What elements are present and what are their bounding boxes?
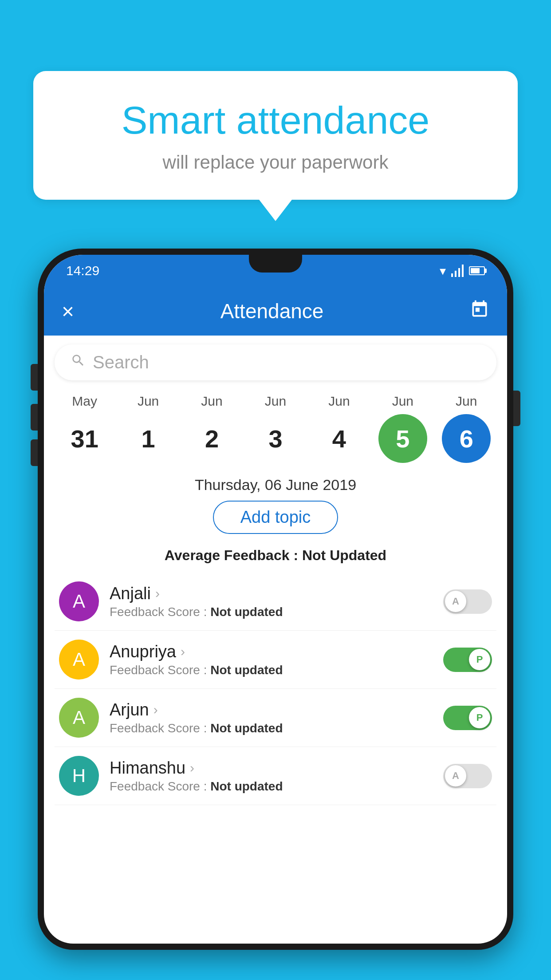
avatar-anupriya: A bbox=[59, 640, 99, 680]
date-month-4: Jun bbox=[328, 394, 350, 409]
calendar-button[interactable] bbox=[470, 300, 489, 323]
status-time: 14:29 bbox=[66, 263, 99, 278]
chevron-arjun: › bbox=[153, 702, 158, 717]
date-day-5: 5 bbox=[378, 414, 427, 463]
date-item-4[interactable]: Jun 4 bbox=[312, 394, 366, 463]
toggle-himanshu[interactable]: A bbox=[443, 764, 492, 788]
avg-feedback-prefix: Average Feedback : bbox=[165, 547, 302, 563]
search-bar[interactable]: Search bbox=[55, 344, 496, 380]
bubble-subtitle: will replace your paperwork bbox=[69, 152, 482, 173]
signal-icon bbox=[451, 265, 464, 277]
student-item-himanshu[interactable]: H Himanshu › Feedback Score : Not update… bbox=[55, 747, 496, 805]
toggle-anjali[interactable]: A bbox=[443, 589, 492, 614]
student-name-himanshu: Himanshu › bbox=[110, 759, 433, 778]
speech-bubble: Smart attendance will replace your paper… bbox=[33, 71, 518, 200]
add-topic-button[interactable]: Add topic bbox=[213, 501, 338, 534]
date-day-2: 2 bbox=[188, 414, 236, 463]
avg-feedback: Average Feedback : Not Updated bbox=[44, 543, 507, 573]
date-month-5: Jun bbox=[392, 394, 413, 409]
date-item-3[interactable]: Jun 3 bbox=[249, 394, 302, 463]
date-day-3: 3 bbox=[251, 414, 300, 463]
status-icons: ▾ bbox=[440, 264, 485, 278]
student-item-anupriya[interactable]: A Anupriya › Feedback Score : Not update… bbox=[55, 631, 496, 689]
student-info-anupriya: Anupriya › Feedback Score : Not updated bbox=[110, 642, 433, 677]
avatar-anjali: A bbox=[59, 581, 99, 621]
student-info-anjali: Anjali › Feedback Score : Not updated bbox=[110, 584, 433, 619]
student-info-himanshu: Himanshu › Feedback Score : Not updated bbox=[110, 759, 433, 794]
student-score-anupriya: Feedback Score : Not updated bbox=[110, 663, 433, 677]
date-item-6[interactable]: Jun 6 bbox=[440, 394, 493, 463]
date-item-5[interactable]: Jun 5 bbox=[376, 394, 429, 463]
date-month-2: Jun bbox=[201, 394, 222, 409]
search-input[interactable]: Search bbox=[93, 352, 480, 372]
avatar-himanshu: H bbox=[59, 756, 99, 796]
toggle-knob-anjali: A bbox=[445, 591, 466, 612]
wifi-icon: ▾ bbox=[440, 264, 446, 278]
selected-date-label: Thursday, 06 June 2019 bbox=[44, 472, 507, 501]
student-info-arjun: Arjun › Feedback Score : Not updated bbox=[110, 700, 433, 735]
avg-feedback-value: Not Updated bbox=[302, 547, 386, 563]
date-month-3: Jun bbox=[265, 394, 286, 409]
date-month-6: Jun bbox=[456, 394, 477, 409]
close-button[interactable]: × bbox=[62, 299, 74, 324]
phone-outer: 14:29 ▾ × Attendance bbox=[38, 249, 513, 950]
student-name-anupriya: Anupriya › bbox=[110, 642, 433, 661]
phone-wrapper: 14:29 ▾ × Attendance bbox=[38, 249, 513, 980]
student-score-anjali: Feedback Score : Not updated bbox=[110, 605, 433, 619]
speech-bubble-container: Smart attendance will replace your paper… bbox=[33, 71, 518, 200]
toggle-knob-anupriya: P bbox=[469, 649, 490, 670]
toggle-anupriya[interactable]: P bbox=[443, 648, 492, 672]
app-title: Attendance bbox=[220, 299, 324, 323]
date-month-1: Jun bbox=[138, 394, 159, 409]
date-month-0: May bbox=[72, 394, 97, 409]
avatar-arjun: A bbox=[59, 698, 99, 738]
date-day-4: 4 bbox=[315, 414, 363, 463]
date-item-2[interactable]: Jun 2 bbox=[185, 394, 239, 463]
student-item-arjun[interactable]: A Arjun › Feedback Score : Not updated P bbox=[55, 689, 496, 747]
bubble-title: Smart attendance bbox=[69, 98, 482, 143]
battery-icon bbox=[469, 266, 485, 275]
date-selector: May 31 Jun 1 Jun 2 Jun 3 Jun 4 bbox=[44, 389, 507, 472]
date-item-1[interactable]: Jun 1 bbox=[122, 394, 175, 463]
app-bar: × Attendance bbox=[44, 287, 507, 336]
date-day-6: 6 bbox=[442, 414, 491, 463]
student-item-anjali[interactable]: A Anjali › Feedback Score : Not updated … bbox=[55, 573, 496, 631]
toggle-knob-himanshu: A bbox=[445, 765, 466, 786]
date-item-0[interactable]: May 31 bbox=[58, 394, 111, 463]
toggle-knob-arjun: P bbox=[469, 707, 490, 728]
student-name-arjun: Arjun › bbox=[110, 700, 433, 719]
student-list: A Anjali › Feedback Score : Not updated … bbox=[44, 573, 507, 805]
student-score-himanshu: Feedback Score : Not updated bbox=[110, 779, 433, 794]
date-day-0: 31 bbox=[60, 414, 109, 463]
chevron-himanshu: › bbox=[190, 760, 194, 775]
date-day-1: 1 bbox=[124, 414, 173, 463]
battery-fill bbox=[471, 268, 480, 273]
notch bbox=[249, 255, 302, 273]
student-name-anjali: Anjali › bbox=[110, 584, 433, 603]
search-icon bbox=[71, 353, 86, 372]
phone-screen: 14:29 ▾ × Attendance bbox=[44, 255, 507, 944]
chevron-anupriya: › bbox=[181, 644, 185, 659]
chevron-anjali: › bbox=[155, 586, 160, 601]
toggle-arjun[interactable]: P bbox=[443, 706, 492, 730]
student-score-arjun: Feedback Score : Not updated bbox=[110, 721, 433, 735]
